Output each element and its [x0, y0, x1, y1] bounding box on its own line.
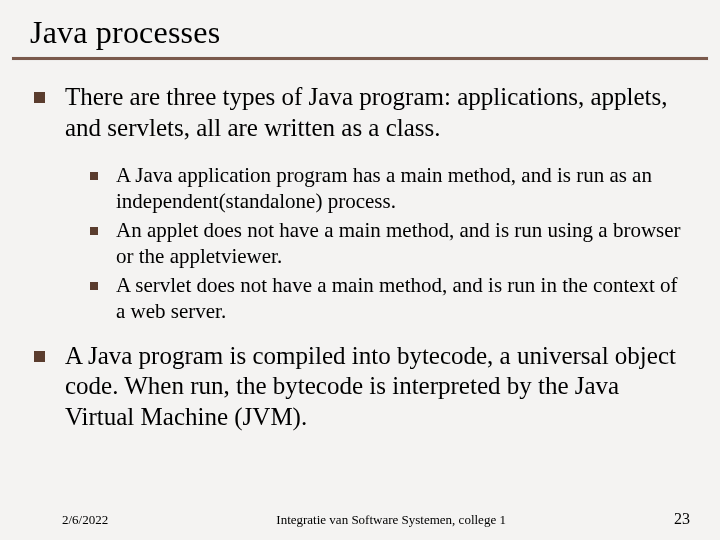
list-item: A servlet does not have a main method, a…: [90, 273, 686, 324]
bullet-text: A Java program is compiled into bytecode…: [65, 341, 686, 433]
slide-title: Java processes: [0, 0, 720, 57]
slide: Java processes There are three types of …: [0, 0, 720, 540]
square-bullet-icon: [34, 92, 45, 103]
bullet-text: A servlet does not have a main method, a…: [116, 273, 686, 324]
square-bullet-icon: [34, 351, 45, 362]
list-item: A Java application program has a main me…: [90, 163, 686, 214]
sub-list: A Java application program has a main me…: [34, 153, 686, 341]
bullet-text: A Java application program has a main me…: [116, 163, 686, 214]
list-item: There are three types of Java program: a…: [34, 82, 686, 143]
bullet-text: There are three types of Java program: a…: [65, 82, 686, 143]
footer-page-number: 23: [674, 510, 690, 528]
list-item: A Java program is compiled into bytecode…: [34, 341, 686, 433]
footer-title: Integratie van Software Systemen, colleg…: [108, 512, 674, 528]
square-bullet-icon: [90, 282, 98, 290]
footer-date: 2/6/2022: [62, 512, 108, 528]
square-bullet-icon: [90, 227, 98, 235]
list-item: An applet does not have a main method, a…: [90, 218, 686, 269]
slide-footer: 2/6/2022 Integratie van Software Systeme…: [0, 510, 720, 528]
slide-content: There are three types of Java program: a…: [0, 60, 720, 432]
square-bullet-icon: [90, 172, 98, 180]
bullet-text: An applet does not have a main method, a…: [116, 218, 686, 269]
